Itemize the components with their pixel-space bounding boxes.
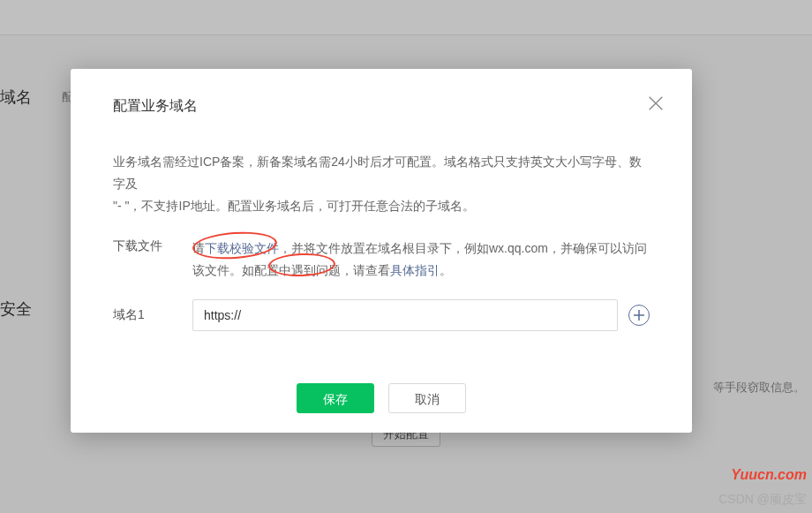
add-domain-button[interactable] (628, 305, 650, 326)
download-body: 请下载校验文件，并将文件放置在域名根目录下，例如wx.qq.com，并确保可以访… (192, 238, 650, 282)
notice-line1: 业务域名需经过ICP备案，新备案域名需24小时后才可配置。域名格式只支持英文大小… (113, 155, 642, 191)
guide-link[interactable]: 具体指引 (390, 263, 440, 277)
watermark-csdn: CSDN @顽皮宝 (718, 492, 807, 508)
modal-title: 配置业务域名 (113, 97, 650, 116)
config-domain-modal: 配置业务域名 业务域名需经过ICP备案，新备案域名需24小时后才可配置。域名格式… (71, 69, 692, 433)
watermark-yuucn: Yuucn.com (731, 467, 807, 483)
download-pre: 请 (192, 241, 205, 255)
download-post: 。 (440, 263, 452, 277)
notice-text: 业务域名需经过ICP备案，新备案域名需24小时后才可配置。域名格式只支持英文大小… (113, 151, 650, 218)
plus-icon (634, 310, 644, 321)
domain-input[interactable] (192, 299, 618, 331)
modal-footer: 保存 取消 (71, 383, 692, 413)
download-row: 下载文件 请下载校验文件，并将文件放置在域名根目录下，例如wx.qq.com，并… (113, 238, 650, 282)
cancel-button[interactable]: 取消 (388, 383, 466, 413)
notice-line2: "- "，不支持IP地址。配置业务域名后，可打开任意合法的子域名。 (113, 199, 475, 213)
download-verify-file-link[interactable]: 下载校验文件 (205, 241, 279, 255)
close-icon[interactable] (646, 94, 665, 117)
domain-label: 域名1 (113, 306, 192, 323)
domain-input-row: 域名1 (113, 299, 650, 331)
save-button[interactable]: 保存 (297, 383, 374, 413)
download-label: 下载文件 (113, 238, 192, 282)
